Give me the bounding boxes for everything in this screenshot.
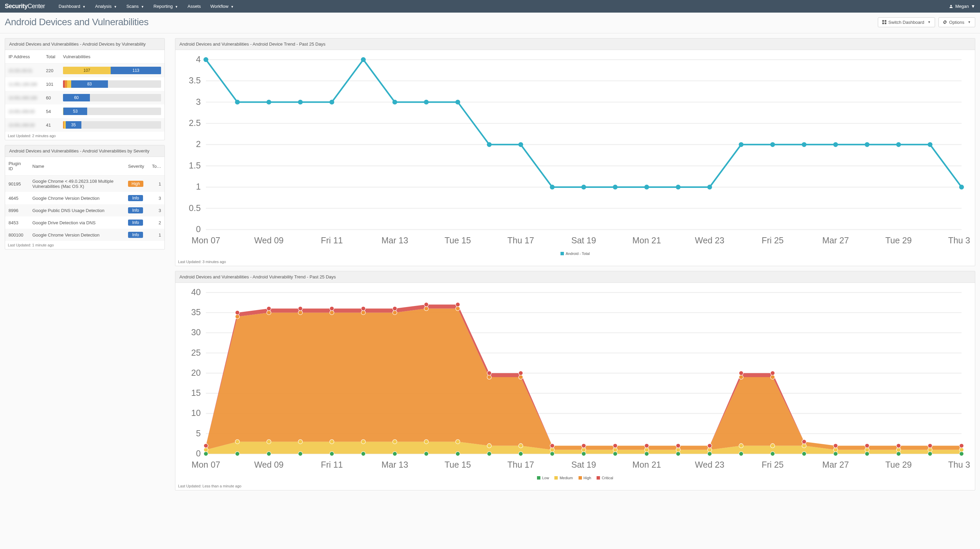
svg-text:20: 20	[191, 368, 200, 378]
ip-address-cell: 11.051.100.108	[8, 82, 37, 87]
svg-point-103	[582, 452, 586, 456]
svg-text:1.5: 1.5	[189, 161, 200, 170]
svg-point-39	[329, 100, 334, 105]
bar-segment-med	[67, 80, 71, 88]
options-button[interactable]: Options ▼	[939, 17, 975, 27]
total-cell: 1	[148, 229, 164, 241]
nav-item-workflow[interactable]: Workflow ▼	[210, 4, 234, 9]
svg-point-167	[235, 310, 240, 315]
svg-point-186	[834, 443, 838, 448]
svg-point-188	[897, 443, 901, 448]
svg-point-118	[267, 440, 271, 444]
table-row[interactable]: 90195 Google Chrome < 49.0.2623.108 Mult…	[5, 176, 164, 192]
col-vuln: Vulnerabilities	[60, 50, 164, 63]
svg-point-38	[298, 100, 303, 105]
switch-dashboard-button[interactable]: Switch Dashboard ▼	[878, 17, 935, 27]
nav-item-analysis[interactable]: Analysis ▼	[95, 4, 117, 9]
svg-point-110	[802, 452, 807, 456]
bar-segment-info: 60	[63, 94, 90, 102]
table-row[interactable]: 10.051.000.00 54 53	[5, 105, 164, 118]
svg-point-139	[928, 447, 932, 452]
svg-point-107	[708, 452, 712, 456]
svg-point-142	[235, 314, 240, 319]
table-row[interactable]: 10.201.00.01 220 107113	[5, 63, 164, 78]
svg-point-133	[739, 443, 743, 448]
svg-point-50	[676, 185, 681, 190]
user-icon	[949, 5, 953, 8]
svg-point-182	[708, 443, 712, 448]
svg-point-96	[361, 452, 366, 456]
legend-swatch	[579, 476, 582, 479]
bar-segment-info: 83	[71, 80, 108, 88]
svg-text:25: 25	[191, 348, 200, 357]
svg-point-158	[739, 375, 743, 379]
table-row[interactable]: 11.051.100.108 101 83	[5, 77, 164, 91]
svg-point-125	[487, 443, 492, 448]
card-footer: Last Updated: 1 minute ago	[5, 241, 164, 249]
svg-point-41	[392, 100, 397, 105]
svg-point-148	[424, 306, 429, 311]
svg-point-46	[550, 185, 555, 190]
svg-rect-2	[882, 22, 884, 24]
total-cell: 3	[148, 192, 164, 204]
svg-point-174	[456, 302, 460, 307]
svg-text:Wed 23: Wed 23	[695, 235, 724, 245]
caret-down-icon: ▼	[928, 21, 931, 24]
table-row[interactable]: 10.051.000.108 60 60	[5, 91, 164, 105]
svg-text:Mar 27: Mar 27	[822, 235, 849, 245]
total-cell: 2	[148, 216, 164, 229]
nav-items: Dashboard ▼Analysis ▼Scans ▼Reporting ▼A…	[59, 4, 234, 9]
svg-point-190	[959, 443, 964, 448]
svg-point-42	[424, 100, 429, 105]
plugin-id-cell: 8996	[5, 204, 29, 216]
table-row[interactable]: 10.051.000.00 41 35	[5, 118, 164, 132]
legend-swatch	[537, 476, 540, 479]
plugin-id-cell: 800100	[5, 229, 29, 241]
svg-point-49	[644, 185, 649, 190]
table-row[interactable]: 8453 Google Drive Detection via DNS Info…	[5, 216, 164, 229]
svg-text:40: 40	[191, 287, 200, 297]
vuln-trend-chart[interactable]: 0510152025303540Mon 07Wed 09Fri 11Mar 13…	[180, 286, 970, 474]
nav-item-reporting[interactable]: Reporting ▼	[154, 4, 178, 9]
caret-down-icon: ▼	[141, 5, 144, 8]
svg-point-178	[582, 443, 586, 448]
svg-text:Mon 07: Mon 07	[192, 460, 220, 470]
svg-point-137	[865, 447, 869, 452]
svg-point-177	[550, 443, 554, 448]
navbar: SecurityCenter Dashboard ▼Analysis ▼Scan…	[0, 0, 980, 13]
svg-point-54	[802, 142, 807, 147]
table-row[interactable]: 8996 Google Public DNS Usage Detection I…	[5, 204, 164, 216]
options-label: Options	[949, 20, 964, 25]
plugin-id-cell: 90195	[5, 176, 29, 192]
severity-badge: Info	[128, 219, 143, 226]
svg-point-122	[393, 440, 397, 444]
svg-text:Tue 29: Tue 29	[885, 460, 912, 470]
ip-address-cell: 10.051.000.108	[8, 96, 37, 100]
total-cell: 41	[43, 118, 60, 132]
table-row[interactable]: 800100 Google Chrome Version Detection I…	[5, 229, 164, 241]
svg-point-123	[424, 440, 429, 444]
name-cell: Google Chrome < 49.0.2623.108 Multiple V…	[29, 176, 125, 192]
svg-point-170	[329, 306, 334, 311]
svg-point-53	[770, 142, 775, 147]
svg-point-172	[393, 306, 397, 311]
svg-point-145	[329, 310, 334, 315]
svg-point-95	[329, 452, 334, 456]
svg-text:Mar 27: Mar 27	[822, 460, 849, 470]
legend-swatch	[597, 476, 600, 479]
nav-item-scans[interactable]: Scans ▼	[126, 4, 144, 9]
svg-text:0: 0	[196, 224, 200, 234]
brand-suffix: Center	[28, 3, 45, 10]
nav-item-assets[interactable]: Assets	[188, 4, 201, 9]
svg-point-134	[771, 443, 775, 448]
device-trend-chart[interactable]: 00.511.522.533.54Mon 07Wed 09Fri 11Mar 1…	[180, 53, 970, 250]
svg-point-108	[739, 452, 743, 456]
nav-item-dashboard[interactable]: Dashboard ▼	[59, 4, 86, 9]
table-row[interactable]: 4645 Google Chrome Version Detection Inf…	[5, 192, 164, 204]
svg-point-176	[519, 371, 523, 375]
user-menu[interactable]: Megan ▼	[949, 4, 975, 9]
svg-point-130	[644, 447, 649, 452]
vuln-table: Plugin ID Name Severity To… 90195 Google…	[5, 157, 164, 241]
page-header: Android Devices and Vulnerabilities Swit…	[0, 13, 980, 33]
caret-down-icon: ▼	[968, 21, 971, 24]
